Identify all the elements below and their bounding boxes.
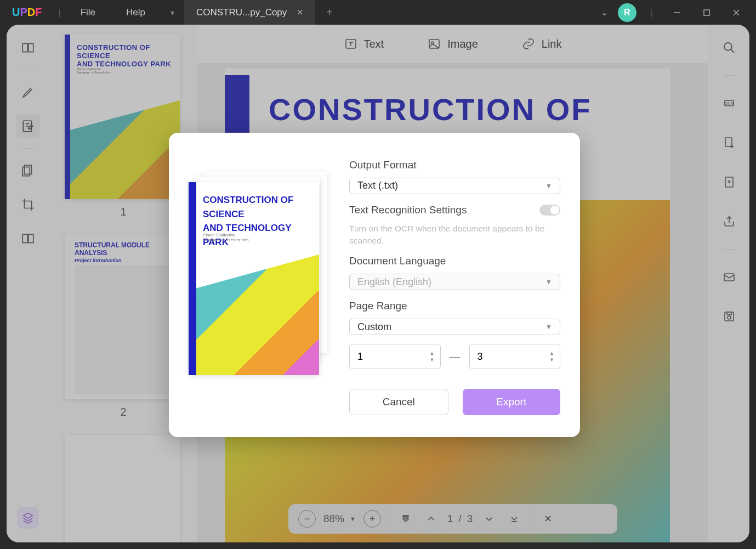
titlebar: UPDF | File Help ▾ CONSTRU...py_Copy × +…	[0, 0, 756, 25]
app-logo: UPDF	[0, 6, 54, 19]
menu-help[interactable]: Help	[111, 7, 161, 18]
output-format-label: Output Format	[349, 159, 560, 171]
document-tab[interactable]: CONSTRU...py_Copy ×	[184, 0, 315, 25]
output-format-select[interactable]: Text (.txt)▼	[349, 178, 560, 194]
range-from-input[interactable]: 1▲▼	[349, 344, 441, 369]
divider: |	[651, 8, 653, 18]
preview-subtitle: Place: California Designer: a French fir…	[203, 233, 249, 242]
range-separator: —	[450, 350, 461, 363]
menu-file[interactable]: File	[65, 7, 111, 18]
svg-rect-1	[704, 10, 709, 15]
ocr-helper-text: Turn on the OCR when the document appear…	[349, 223, 560, 246]
export-preview: CONSTRUCTION OF SCIENCE AND TECHNOLOGY P…	[189, 172, 328, 370]
tab-list-dropdown[interactable]: ▾	[161, 8, 184, 17]
maximize-button[interactable]	[697, 3, 717, 22]
export-modal: CONSTRUCTION OF SCIENCE AND TECHNOLOGY P…	[169, 133, 580, 437]
page-range-select[interactable]: Custom▼	[349, 319, 560, 335]
export-form: Output Format Text (.txt)▼ Text Recognit…	[349, 159, 560, 415]
divider: |	[58, 8, 60, 18]
chevron-down-icon[interactable]: ⌄	[601, 7, 608, 18]
range-to-input[interactable]: 3▲▼	[469, 344, 561, 369]
ocr-label: Text Recognition Settings	[349, 204, 467, 216]
page-range-label: Page Range	[349, 300, 560, 312]
cancel-button[interactable]: Cancel	[349, 389, 448, 415]
ocr-toggle[interactable]	[539, 205, 560, 216]
language-label: Document Language	[349, 255, 560, 267]
export-button[interactable]: Export	[463, 389, 561, 415]
language-select[interactable]: English (English)▼	[349, 274, 560, 290]
close-icon[interactable]: ×	[297, 6, 303, 19]
minimize-button[interactable]	[667, 3, 687, 22]
user-avatar[interactable]: R	[618, 3, 636, 22]
new-tab-button[interactable]: +	[315, 6, 344, 19]
close-button[interactable]	[726, 3, 746, 22]
tab-title: CONSTRU...py_Copy	[196, 7, 287, 18]
